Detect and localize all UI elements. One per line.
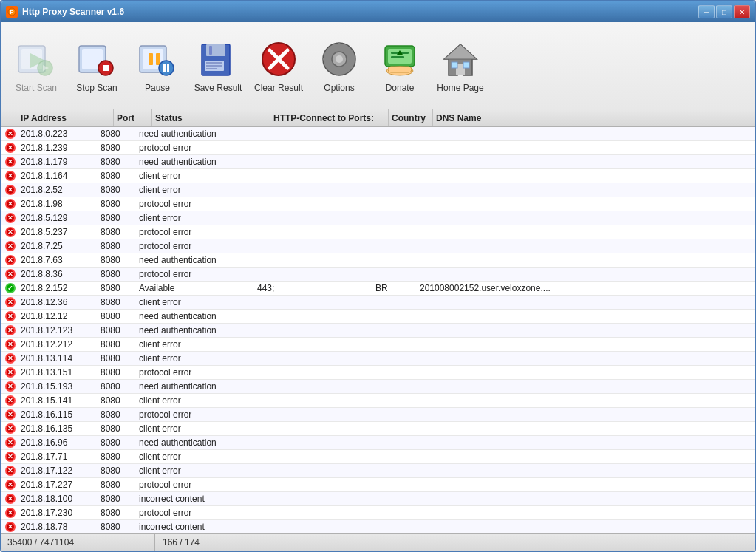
- statusbar: 35400 / 7471104 166 / 174: [1, 533, 755, 551]
- table-row[interactable]: ✕201.8.2.528080client error: [1, 183, 755, 197]
- table-row[interactable]: ✕201.8.0.2238080need authentication: [1, 127, 755, 141]
- cell-port: 8080: [98, 129, 136, 139]
- table-row[interactable]: ✕201.8.17.2278080protocol error: [1, 478, 755, 492]
- cell-status: protocol error: [136, 269, 254, 279]
- table-row[interactable]: ✕201.8.18.1008080incorrect content: [1, 492, 755, 506]
- error-icon: ✕: [4, 423, 16, 435]
- table-row[interactable]: ✕201.8.1.2398080protocol error: [1, 141, 755, 155]
- error-icon: ✕: [4, 296, 16, 308]
- table-row[interactable]: ✕201.8.1.988080protocol error: [1, 197, 755, 211]
- cell-port: 8080: [98, 466, 136, 476]
- svg-rect-10: [103, 65, 109, 71]
- error-icon: ✕: [4, 451, 16, 463]
- minimize-button[interactable]: ─: [698, 5, 715, 18]
- cell-port: 8080: [98, 325, 136, 335]
- table-row[interactable]: ✕201.8.16.1358080client error: [1, 422, 755, 436]
- cell-port: 8080: [98, 213, 136, 223]
- cell-port: 8080: [98, 480, 136, 490]
- table-body[interactable]: ✕201.8.0.2238080need authentication✕201.…: [1, 127, 755, 533]
- donate-label: Donate: [386, 83, 415, 93]
- table-row[interactable]: ✕201.8.1.1648080client error: [1, 169, 755, 183]
- table-row[interactable]: ✕201.8.5.1298080client error: [1, 211, 755, 225]
- clear-result-button[interactable]: Clear Result: [250, 27, 307, 105]
- table-row[interactable]: ✕201.8.12.1238080need authentication: [1, 324, 755, 338]
- home-page-button[interactable]: Home Page: [432, 27, 489, 105]
- cell-country: BR: [372, 283, 417, 293]
- title-bar-controls: ─ □ ✕: [698, 5, 750, 18]
- cell-ip: 201.8.17.71: [18, 452, 98, 462]
- cell-port: 8080: [98, 269, 136, 279]
- table-row[interactable]: ✕201.8.1.1798080need authentication: [1, 155, 755, 169]
- table-row[interactable]: ✕201.8.7.638080need authentication: [1, 253, 755, 268]
- cell-ip: 201.8.12.123: [18, 325, 98, 335]
- pause-label: Pause: [145, 83, 170, 93]
- cell-status: client error: [136, 339, 254, 350]
- cell-port: 8080: [98, 452, 136, 462]
- error-icon: ✕: [4, 310, 16, 322]
- title-bar-left: P Http Proxy Scanner v1.6: [6, 6, 124, 18]
- cell-ip: 201.8.15.141: [18, 395, 98, 406]
- table-row[interactable]: ✕201.8.8.368080protocol error: [1, 268, 755, 282]
- table-row[interactable]: ✕201.8.17.2308080protocol error: [1, 506, 755, 520]
- save-result-button[interactable]: Save Result: [189, 27, 247, 105]
- table-row[interactable]: ✕201.8.13.1518080protocol error: [1, 366, 755, 380]
- stop-scan-button[interactable]: Stop Scan: [68, 27, 126, 105]
- cell-status: client error: [136, 395, 254, 406]
- svg-rect-34: [350, 58, 355, 61]
- table-row[interactable]: ✕201.8.16.968080need authentication: [1, 436, 755, 450]
- cell-ip: 201.8.16.115: [18, 409, 98, 420]
- cell-ip: 201.8.2.52: [18, 185, 98, 195]
- cell-status: protocol error: [136, 480, 254, 490]
- table-row[interactable]: ✕201.8.15.1418080client error: [1, 394, 755, 408]
- svg-rect-31: [338, 43, 341, 49]
- table-row[interactable]: ✕201.8.17.1228080client error: [1, 464, 755, 478]
- error-icon: ✕: [4, 381, 16, 392]
- table-row[interactable]: ✕201.8.15.1938080need authentication: [1, 380, 755, 394]
- svg-marker-43: [444, 44, 477, 59]
- cell-ip: 201.8.7.25: [18, 241, 98, 251]
- header-http: HTTP-Connect to Ports:: [270, 109, 389, 126]
- table-row[interactable]: ✕201.8.7.258080protocol error: [1, 239, 755, 253]
- svg-rect-24: [206, 68, 217, 69]
- error-icon: ✕: [4, 254, 16, 266]
- cell-port: 8080: [98, 311, 136, 321]
- table-row[interactable]: ✕201.8.18.788080incorrect content: [1, 520, 755, 533]
- table-row[interactable]: ✕201.8.16.1158080protocol error: [1, 408, 755, 422]
- cell-status: protocol error: [136, 367, 254, 378]
- close-button[interactable]: ✕: [734, 5, 750, 18]
- home-page-icon: [440, 38, 481, 80]
- cell-port: 8080: [98, 423, 136, 434]
- cell-status: protocol error: [136, 143, 254, 153]
- donate-button[interactable]: Donate: [371, 27, 429, 105]
- svg-rect-46: [463, 62, 469, 68]
- cell-ip: 201.8.12.12: [18, 311, 98, 321]
- error-icon: ✕: [4, 352, 16, 364]
- ok-icon: ✓: [4, 282, 16, 294]
- cell-port: 8080: [98, 353, 136, 364]
- cell-port: 8080: [98, 409, 136, 420]
- table-row[interactable]: ✕201.8.13.1148080client error: [1, 352, 755, 366]
- home-page-label: Home Page: [437, 83, 483, 93]
- table-row[interactable]: ✓201.8.2.1528080Available443;BR201008002…: [1, 282, 755, 296]
- main-window: P Http Proxy Scanner v1.6 ─ □ ✕: [0, 0, 756, 552]
- header-dns: DNS Name: [433, 109, 755, 126]
- cell-ip: 201.8.16.135: [18, 423, 98, 434]
- table-row[interactable]: ✕201.8.12.368080client error: [1, 296, 755, 310]
- cell-ip: 201.8.0.223: [18, 129, 98, 139]
- maximize-button[interactable]: □: [716, 5, 732, 18]
- error-icon: ✕: [4, 156, 16, 168]
- error-icon: ✕: [4, 507, 16, 519]
- table-row[interactable]: ✕201.8.5.2378080protocol error: [1, 225, 755, 239]
- table-row[interactable]: ✕201.8.17.718080client error: [1, 450, 755, 464]
- cell-port: 8080: [98, 522, 136, 532]
- table-row[interactable]: ✕201.8.12.128080need authentication: [1, 310, 755, 324]
- cell-dns: 201008002152.user.veloxzone....: [417, 283, 755, 293]
- cell-port: 8080: [98, 494, 136, 504]
- cell-port: 8080: [98, 255, 136, 265]
- svg-rect-23: [206, 65, 222, 67]
- options-button[interactable]: Options: [310, 27, 368, 105]
- pause-button[interactable]: Pause: [129, 27, 186, 105]
- start-scan-button[interactable]: Start Scan: [7, 27, 65, 105]
- start-scan-icon: [16, 38, 57, 80]
- table-row[interactable]: ✕201.8.12.2128080client error: [1, 338, 755, 352]
